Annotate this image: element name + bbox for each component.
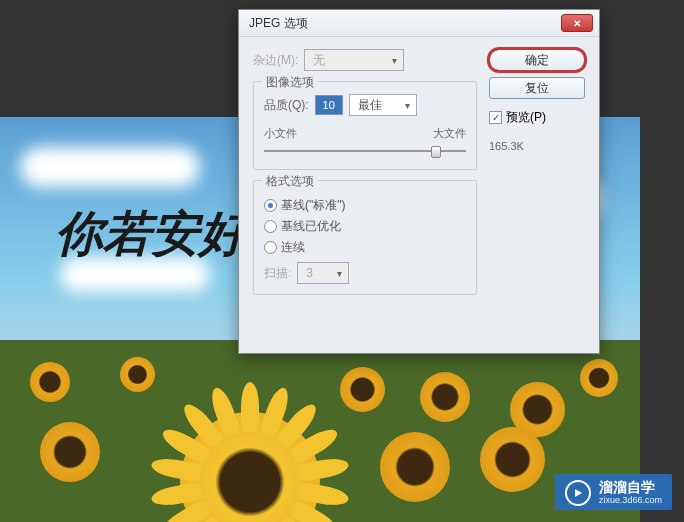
cancel-button[interactable]: 复位: [489, 77, 585, 99]
quality-label: 品质(Q):: [264, 97, 309, 114]
watermark: 溜溜自学 zixue.3d66.com: [555, 474, 672, 510]
format-options-group: 格式选项 基线("标准") 基线已优化 连续 扫描: 3: [253, 180, 477, 295]
canvas-script-text: 你若安好: [55, 202, 247, 266]
svg-marker-0: [575, 489, 582, 497]
radio-label: 基线已优化: [281, 218, 341, 235]
radio-progressive[interactable]: 连续: [264, 239, 466, 256]
radio-baseline-standard[interactable]: 基线("标准"): [264, 197, 466, 214]
image-options-group: 图像选项 品质(Q): 10 最佳 小文件 大文件: [253, 81, 477, 170]
ok-button[interactable]: 确定: [489, 49, 585, 71]
quality-preset-select[interactable]: 最佳: [349, 94, 417, 116]
image-options-legend: 图像选项: [262, 74, 318, 91]
watermark-sub: zixue.3d66.com: [599, 496, 662, 506]
small-file-label: 小文件: [264, 126, 297, 141]
dialog-titlebar[interactable]: JPEG 选项 ✕: [239, 10, 599, 37]
ok-label: 确定: [525, 52, 549, 69]
checkbox-icon: ✓: [489, 111, 502, 124]
matte-label: 杂边(M):: [253, 52, 298, 69]
radio-icon: [264, 199, 277, 212]
radio-baseline-optimized[interactable]: 基线已优化: [264, 218, 466, 235]
close-button[interactable]: ✕: [561, 14, 593, 32]
large-file-label: 大文件: [433, 126, 466, 141]
jpeg-options-dialog: JPEG 选项 ✕ 杂边(M): 无 图像选项 品质(Q): 10 最佳: [238, 9, 600, 354]
quality-slider[interactable]: [264, 143, 466, 159]
dialog-title: JPEG 选项: [249, 15, 308, 32]
scans-select: 3: [297, 262, 349, 284]
preview-label: 预览(P): [506, 109, 546, 126]
matte-select: 无: [304, 49, 404, 71]
watermark-main: 溜溜自学: [599, 480, 662, 495]
close-icon: ✕: [573, 18, 581, 29]
preview-checkbox-row[interactable]: ✓ 预览(P): [489, 109, 585, 126]
cancel-label: 复位: [525, 80, 549, 97]
radio-icon: [264, 241, 277, 254]
play-icon: [565, 480, 591, 506]
format-options-legend: 格式选项: [262, 173, 318, 190]
quality-preset-value: 最佳: [358, 97, 382, 114]
scans-label: 扫描:: [264, 265, 291, 282]
radio-icon: [264, 220, 277, 233]
radio-label: 基线("标准"): [281, 197, 346, 214]
scans-value: 3: [306, 266, 313, 280]
radio-label: 连续: [281, 239, 305, 256]
sunflower-main: [180, 412, 320, 522]
quality-input[interactable]: 10: [315, 95, 343, 115]
slider-thumb[interactable]: [431, 146, 441, 158]
filesize-text: 165.3K: [489, 140, 585, 152]
matte-value: 无: [313, 52, 325, 69]
